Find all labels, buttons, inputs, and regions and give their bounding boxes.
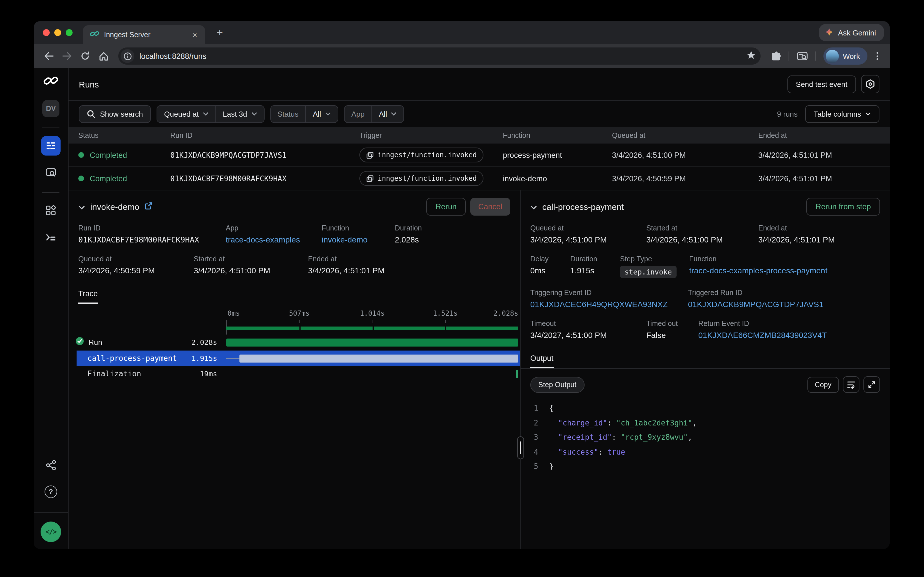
trace-tabbar: Trace xyxy=(69,282,520,304)
run-title: invoke-demo xyxy=(90,202,140,211)
dev-tools-button[interactable]: </> xyxy=(40,522,61,542)
function-name: process-payment xyxy=(503,151,612,159)
step-function-link[interactable]: trace-docs-examples-process-payment xyxy=(689,266,828,275)
trace-bar-run[interactable] xyxy=(226,338,518,346)
address-bar[interactable]: localhost:8288/runs xyxy=(118,47,760,64)
tab-close-icon[interactable]: × xyxy=(190,29,199,40)
home-icon[interactable] xyxy=(95,48,111,64)
tab-trace[interactable]: Trace xyxy=(78,289,98,304)
collapse-chevron-icon[interactable] xyxy=(78,201,85,212)
zoom-window-button[interactable] xyxy=(66,29,72,36)
sidebar-item-dev-server[interactable] xyxy=(41,227,61,247)
trace-row-finalization[interactable]: Finalization 19ms xyxy=(69,366,520,382)
reload-icon[interactable] xyxy=(77,48,93,64)
tab-title: Inngest Server xyxy=(104,31,186,39)
avatar xyxy=(826,50,839,63)
profile-chip[interactable]: Work xyxy=(823,47,868,64)
status-filter-dropdown[interactable]: All xyxy=(305,105,338,122)
output-tabbar: Output xyxy=(521,347,890,369)
runs-table-header: Status Run ID Trigger Function Queued at… xyxy=(69,127,890,143)
trace-row-run[interactable]: Run 2.028s xyxy=(69,335,520,350)
app-filter-dropdown[interactable]: All xyxy=(371,105,404,122)
table-row[interactable]: Completed 01KJXDACKB9MPQACGTDP7JAVS1 inn… xyxy=(69,143,890,167)
help-icon[interactable]: ? xyxy=(41,482,61,501)
time-range-dropdown[interactable]: Last 3d xyxy=(215,105,264,122)
inngest-mark-icon xyxy=(43,75,59,89)
triggered-run-id-link[interactable]: 01KJXDACKB9MPQACGTDP7JAVS1 xyxy=(688,300,823,309)
field-triggered-run-id: Triggered Run ID 01KJXDACKB9MPQACGTDP7JA… xyxy=(688,289,823,309)
gemini-sparkle-icon xyxy=(824,27,833,38)
browser-window: Inngest Server × + Ask Gemini xyxy=(34,21,890,549)
sidebar-item-apps[interactable] xyxy=(41,201,61,220)
cancel-button[interactable]: Cancel xyxy=(470,198,510,216)
word-wrap-icon[interactable] xyxy=(843,376,860,393)
time-field-dropdown[interactable]: Queued at xyxy=(157,105,215,122)
rerun-button[interactable]: Rerun xyxy=(426,198,466,216)
return-event-id-link[interactable]: 01KJXDAE66CMZMB28439023V4T xyxy=(698,330,827,340)
share-icon[interactable] xyxy=(41,455,61,475)
output-code: 1{2 "charge_id": "ch_1abc2def3ghi",3 "re… xyxy=(521,398,890,476)
browser-menu-icon[interactable] xyxy=(872,48,883,63)
collapse-chevron-icon[interactable] xyxy=(530,201,537,212)
run-id: 01KJXDACBF7E98M00RAFCK9HAX xyxy=(170,174,360,183)
field-return-event-id: Return Event ID 01KJXDAE66CMZMB28439023V… xyxy=(698,320,827,340)
step-output-pill[interactable]: Step Output xyxy=(530,377,584,393)
rerun-from-step-button[interactable]: Rerun from step xyxy=(806,198,880,216)
ended-at: 3/4/2026, 4:51:01 PM xyxy=(758,151,890,159)
field-ended-at: Ended at 3/4/2026, 4:51:01 PM xyxy=(308,255,384,275)
field-duration: Duration 2.028s xyxy=(395,224,422,244)
status-text: Completed xyxy=(90,151,127,159)
trigger-badge[interactable]: inngest/function.invoked xyxy=(360,171,484,186)
triggering-event-id-link[interactable]: 01KJXDACEC6H49QRQXWEA93NXZ xyxy=(530,300,688,309)
ask-gemini-button[interactable]: Ask Gemini xyxy=(819,24,884,41)
expand-icon[interactable] xyxy=(863,376,880,393)
sidebar-divider xyxy=(42,192,59,193)
field-timeout: Timeout 3/4/2027, 4:51:00 PM xyxy=(530,320,646,340)
browser-toolbar: localhost:8288/runs Work xyxy=(34,44,890,68)
new-tab-button[interactable]: + xyxy=(213,26,226,39)
sidebar-item-events[interactable] xyxy=(41,163,61,182)
workspace-avatar[interactable]: DV xyxy=(42,100,59,117)
table-columns-button[interactable]: Table columns xyxy=(805,105,879,122)
browser-tab[interactable]: Inngest Server × xyxy=(83,25,205,44)
field-started-at: Started at 3/4/2026, 4:51:00 PM xyxy=(194,255,308,275)
detail-split: invoke-demo Rerun Cancel Run ID xyxy=(69,190,890,549)
close-window-button[interactable] xyxy=(43,29,50,36)
function-link[interactable]: invoke-demo xyxy=(322,235,395,244)
forward-icon[interactable] xyxy=(59,48,75,64)
trace-bar-step[interactable] xyxy=(239,354,518,362)
field-delay: Delay 0ms xyxy=(530,255,570,278)
table-row[interactable]: Completed 01KJXDACBF7E98M00RAFCK9HAX inn… xyxy=(69,167,890,190)
field-duration: Duration 1.915s xyxy=(570,255,620,278)
field-queued-at: Queued at 3/4/2026, 4:51:00 PM xyxy=(530,224,646,244)
show-search-button[interactable]: Show search xyxy=(79,105,151,122)
site-info-icon[interactable] xyxy=(121,49,134,63)
extensions-icon[interactable] xyxy=(767,48,783,64)
tab-output[interactable]: Output xyxy=(530,354,553,368)
back-icon[interactable] xyxy=(40,48,56,64)
settings-gear-icon[interactable] xyxy=(861,75,879,93)
queued-at: 3/4/2026, 4:50:59 PM xyxy=(612,174,758,183)
step-detail-pane: call-process-payment Rerun from step Que… xyxy=(521,190,890,549)
trace-bar-finalization[interactable] xyxy=(516,370,519,378)
tab-search-icon[interactable] xyxy=(794,48,810,64)
trace-axis: 0ms 507ms 1.014s 1.521s 2.028s xyxy=(226,309,518,335)
sidebar-divider xyxy=(42,127,59,128)
minimize-window-button[interactable] xyxy=(54,29,61,36)
copy-button[interactable]: Copy xyxy=(807,377,839,393)
status-filter: Status All xyxy=(270,105,338,122)
trace-row-step-selected[interactable]: call-process-payment 1.915s xyxy=(77,351,520,366)
external-link-icon[interactable] xyxy=(145,201,153,212)
field-timed-out: Timed out False xyxy=(646,320,698,340)
status-dot xyxy=(78,176,84,181)
bookmark-star-icon[interactable] xyxy=(746,50,756,62)
step-type-badge: step.invoke xyxy=(620,266,677,278)
ended-at: 3/4/2026, 4:51:01 PM xyxy=(758,174,890,183)
url-text[interactable]: localhost:8288/runs xyxy=(140,52,741,60)
app-link[interactable]: trace-docs-examples xyxy=(226,235,322,244)
trigger-badge[interactable]: inngest/function.invoked xyxy=(360,148,484,163)
pane-resize-handle[interactable] xyxy=(517,436,524,459)
send-test-event-button[interactable]: Send test event xyxy=(787,75,856,93)
app-main: Runs Send test event Show search xyxy=(69,68,890,549)
sidebar-item-runs[interactable] xyxy=(41,136,61,156)
